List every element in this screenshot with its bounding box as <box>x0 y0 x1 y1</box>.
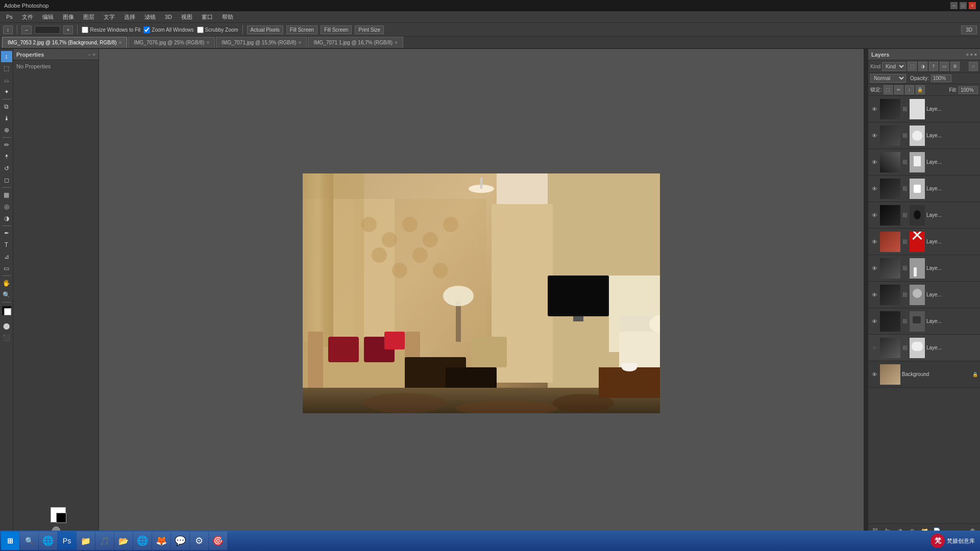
gradient-tool[interactable]: ▦ <box>1 189 12 201</box>
layer-item-5[interactable]: 👁 ⛓ Laye... <box>868 229 980 255</box>
fill-screen2-btn[interactable]: Fill Screen <box>321 26 352 34</box>
blur-tool[interactable]: ◎ <box>1 201 12 212</box>
minimize-button[interactable]: – <box>950 2 958 9</box>
foreground-color[interactable] <box>2 306 11 315</box>
layer-item-0[interactable]: 👁 ⛓ Laye... <box>868 96 980 122</box>
layer-item-4[interactable]: 👁 ⛓ Laye... <box>868 202 980 229</box>
healing-tool[interactable]: ⊕ <box>1 124 12 136</box>
zoom-out-btn[interactable]: – <box>21 26 32 34</box>
brush-tool[interactable]: ✏ <box>1 139 12 151</box>
close-button[interactable]: × <box>969 2 976 9</box>
layer-visibility-3[interactable]: 👁 <box>870 185 878 193</box>
maximize-button[interactable]: □ <box>960 2 967 9</box>
layer-visibility-5[interactable]: 👁 <box>870 238 878 246</box>
marquee-tool[interactable]: ⬚ <box>1 63 12 74</box>
lock-all-btn[interactable]: 🔒 <box>916 85 925 94</box>
resize-windows-checkbox[interactable]: Resize Windows to Fit <box>82 27 140 33</box>
layer-item-8[interactable]: 👁 ⛓ Laye... <box>868 308 980 335</box>
clone-tool[interactable]: 🖈 <box>1 151 12 162</box>
zoom-all-windows-checkbox[interactable]: Zoom All Windows <box>143 27 193 33</box>
eraser-tool[interactable]: ◻ <box>1 174 12 186</box>
quick-mask[interactable]: ⬤ <box>1 320 12 332</box>
zoom-tool[interactable]: 🔍 <box>1 289 12 300</box>
actual-pixels-btn[interactable]: Actual Pixels <box>247 26 283 34</box>
layer-item-1[interactable]: 👁 ⛓ Laye... <box>868 122 980 149</box>
layer-visibility-8[interactable]: 👁 <box>870 317 878 325</box>
text-tool[interactable]: T <box>1 239 12 251</box>
taskbar-photoshop[interactable]: Ps <box>58 532 76 550</box>
lasso-tool[interactable]: ⌓ <box>1 74 12 86</box>
menu-filter[interactable]: 滤镜 <box>140 12 160 22</box>
filter-pixel-btn[interactable]: ⬚ <box>908 62 917 71</box>
layer-item-bg[interactable]: 👁 Background 🔒 <box>868 361 980 388</box>
layer-item-9[interactable]: 👁 ⛓ Laye... <box>868 335 980 361</box>
layer-visibility-9[interactable]: 👁 <box>870 344 878 352</box>
eyedropper-tool[interactable]: 🌡 <box>1 113 12 124</box>
layer-visibility-6[interactable]: 👁 <box>870 264 878 272</box>
menu-view[interactable]: 视图 <box>177 12 197 22</box>
shape-tool[interactable]: ▭ <box>1 263 12 274</box>
pen-tool[interactable]: ✒ <box>1 228 12 239</box>
filter-type-btn[interactable]: T <box>929 62 938 71</box>
lock-pixels-btn[interactable]: ⬚ <box>884 85 893 94</box>
move-tool[interactable]: ↕ <box>1 51 12 62</box>
zoom-in-btn[interactable]: + <box>63 26 74 34</box>
properties-collapse[interactable]: – <box>88 52 91 57</box>
menu-select[interactable]: 选择 <box>120 12 139 22</box>
dodge-tool[interactable]: ◑ <box>1 213 12 224</box>
taskbar-firefox[interactable]: 🦊 <box>152 532 170 550</box>
layers-panel-menu[interactable]: ≡ <box>966 52 968 57</box>
tab-1[interactable]: IMG_7076.jpg @ 25% (RGB/8) × <box>128 37 215 48</box>
screen-mode[interactable]: ⬛ <box>1 332 12 343</box>
tab-close-0[interactable]: × <box>119 40 122 45</box>
canvas-area[interactable] <box>99 49 864 538</box>
opacity-input[interactable] <box>931 74 951 82</box>
layers-close[interactable]: × <box>974 52 977 57</box>
tab-3[interactable]: IMG_7071 1.jpg @ 16,7% (RGB/8) × <box>308 37 403 48</box>
filter-toggle-btn[interactable]: ○ <box>969 62 978 71</box>
lock-move-btn[interactable]: ↕ <box>905 85 914 94</box>
filter-adj-btn[interactable]: ◑ <box>918 62 927 71</box>
taskbar-skype[interactable]: 💬 <box>171 532 189 550</box>
taskbar-chrome[interactable]: 🌐 <box>133 532 152 550</box>
layer-visibility-bg[interactable]: 👁 <box>870 370 878 379</box>
taskbar-browser[interactable]: 🌐 <box>39 532 57 550</box>
layers-expand[interactable]: » <box>970 52 973 57</box>
blend-mode-select[interactable]: Normal <box>870 74 906 83</box>
layer-item-2[interactable]: 👁 ⛓ Laye... <box>868 149 980 176</box>
layer-visibility-2[interactable]: 👁 <box>870 158 878 166</box>
taskbar-media[interactable]: 🎵 <box>95 532 114 550</box>
layer-item-7[interactable]: 👁 ⛓ Laye... <box>868 282 980 308</box>
taskbar-files[interactable]: 📂 <box>114 532 133 550</box>
filter-select[interactable]: Kind <box>882 62 906 71</box>
menu-image[interactable]: 图像 <box>59 12 78 22</box>
layer-visibility-1[interactable]: 👁 <box>870 132 878 140</box>
magic-wand-tool[interactable]: ✦ <box>1 86 12 97</box>
taskbar-settings[interactable]: ⚙ <box>190 532 208 550</box>
taskbar-search[interactable]: 🔍 <box>20 532 38 550</box>
layer-visibility-7[interactable]: 👁 <box>870 291 878 299</box>
fill-screen-btn[interactable]: Fill Screen <box>286 26 317 34</box>
layer-visibility-0[interactable]: 👁 <box>870 105 878 113</box>
menu-window[interactable]: 窗口 <box>198 12 217 22</box>
taskbar-explorer[interactable]: 📁 <box>77 532 95 550</box>
fill-input[interactable] <box>959 86 978 94</box>
menu-type[interactable]: 文字 <box>100 12 119 22</box>
menu-3d[interactable]: 3D <box>161 13 176 21</box>
layer-item-6[interactable]: 👁 ⛓ Laye... <box>868 255 980 282</box>
layer-item-3[interactable]: 👁 ⛓ Laye... <box>868 176 980 202</box>
menu-help[interactable]: 帮助 <box>218 12 237 22</box>
layer-visibility-4[interactable]: 👁 <box>870 211 878 219</box>
scrubby-zoom-checkbox[interactable]: Scrubby Zoom <box>197 27 238 33</box>
hand-tool[interactable]: 🖐 <box>1 278 12 289</box>
menu-edit[interactable]: 编辑 <box>38 12 58 22</box>
tab-close-3[interactable]: × <box>395 40 398 45</box>
taskbar-misc[interactable]: 🎯 <box>209 532 227 550</box>
print-size-btn[interactable]: Print Size <box>355 26 384 34</box>
lock-paint-btn[interactable]: ✏ <box>894 85 903 94</box>
history-brush[interactable]: ↺ <box>1 163 12 174</box>
tab-0[interactable]: IMG_7053 2.jpg @ 16,7% (Background, RGB/… <box>2 37 127 48</box>
menu-file[interactable]: 文件 <box>18 12 37 22</box>
tab-close-2[interactable]: × <box>299 40 302 45</box>
menu-ps[interactable]: Ps <box>2 13 17 21</box>
